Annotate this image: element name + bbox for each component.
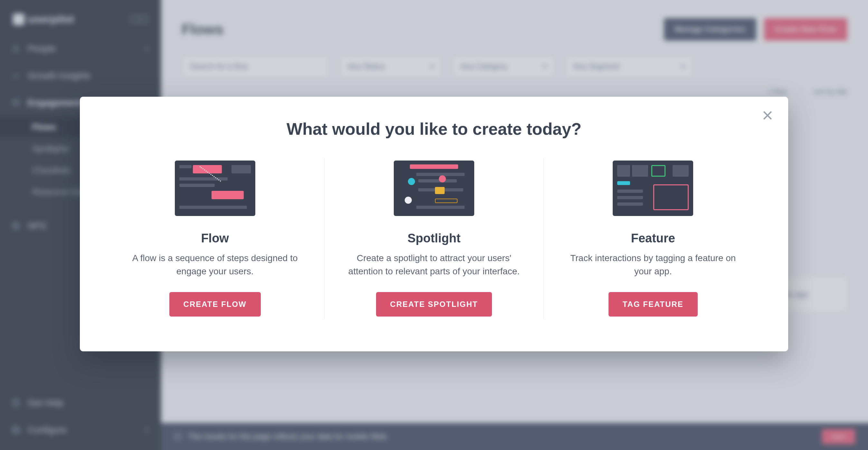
flow-thumbnail-icon bbox=[175, 161, 255, 216]
modal-wrapper: What would you like to create today? Flo… bbox=[0, 0, 868, 450]
option-flow: Flow A flow is a sequence of steps desig… bbox=[105, 158, 324, 319]
option-title: Feature bbox=[631, 231, 675, 245]
create-modal: What would you like to create today? Flo… bbox=[80, 97, 788, 351]
option-desc: Track interactions by tagging a feature … bbox=[563, 252, 743, 278]
modal-title: What would you like to create today? bbox=[105, 119, 763, 139]
option-spotlight: Spotlight Create a spotlight to attract … bbox=[324, 158, 543, 319]
option-desc: Create a spotlight to attract your users… bbox=[344, 252, 524, 278]
spotlight-thumbnail-icon bbox=[394, 161, 474, 216]
tag-feature-button[interactable]: TAG FEATURE bbox=[609, 292, 698, 316]
close-button[interactable] bbox=[761, 109, 774, 122]
option-title: Flow bbox=[201, 231, 229, 245]
option-title: Spotlight bbox=[408, 231, 461, 245]
option-feature: Feature Track interactions by tagging a … bbox=[544, 158, 763, 319]
option-desc: A flow is a sequence of steps designed t… bbox=[125, 252, 305, 278]
create-spotlight-button[interactable]: CREATE SPOTLIGHT bbox=[376, 292, 492, 316]
modal-options: Flow A flow is a sequence of steps desig… bbox=[105, 158, 763, 319]
feature-thumbnail-icon bbox=[613, 161, 693, 216]
create-flow-button[interactable]: CREATE FLOW bbox=[169, 292, 261, 316]
